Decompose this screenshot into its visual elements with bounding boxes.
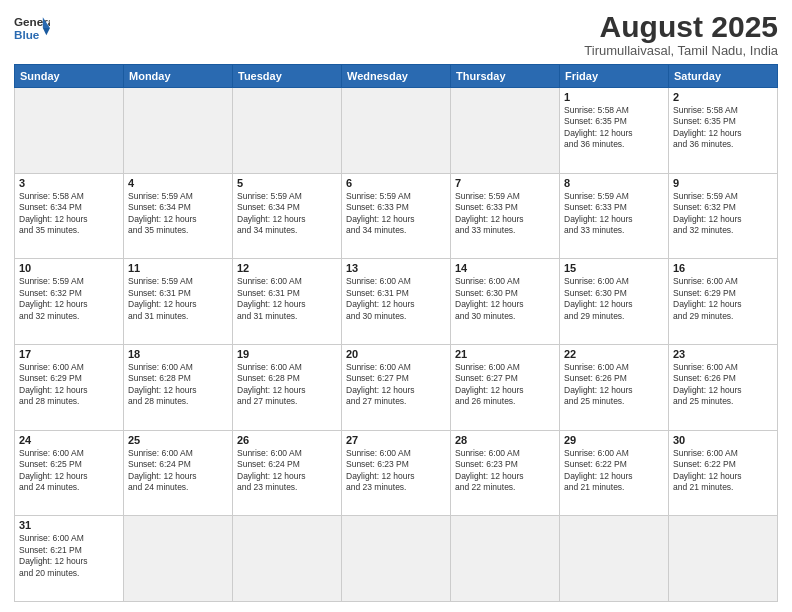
calendar-cell	[451, 516, 560, 602]
calendar-cell: 9Sunrise: 5:59 AM Sunset: 6:32 PM Daylig…	[669, 173, 778, 259]
calendar-cell: 3Sunrise: 5:58 AM Sunset: 6:34 PM Daylig…	[15, 173, 124, 259]
day-number: 19	[237, 348, 337, 360]
title-block: August 2025 Tirumullaivasal, Tamil Nadu,…	[584, 10, 778, 58]
day-number: 30	[673, 434, 773, 446]
calendar-cell: 15Sunrise: 6:00 AM Sunset: 6:30 PM Dayli…	[560, 259, 669, 345]
day-number: 12	[237, 262, 337, 274]
day-info: Sunrise: 6:00 AM Sunset: 6:22 PM Dayligh…	[673, 448, 773, 494]
calendar-cell: 11Sunrise: 5:59 AM Sunset: 6:31 PM Dayli…	[124, 259, 233, 345]
day-number: 29	[564, 434, 664, 446]
calendar-title: August 2025	[584, 10, 778, 43]
calendar-week-2: 10Sunrise: 5:59 AM Sunset: 6:32 PM Dayli…	[15, 259, 778, 345]
calendar-cell	[669, 516, 778, 602]
day-number: 17	[19, 348, 119, 360]
day-number: 21	[455, 348, 555, 360]
weekday-header-wednesday: Wednesday	[342, 65, 451, 88]
calendar-week-5: 31Sunrise: 6:00 AM Sunset: 6:21 PM Dayli…	[15, 516, 778, 602]
calendar-cell: 5Sunrise: 5:59 AM Sunset: 6:34 PM Daylig…	[233, 173, 342, 259]
calendar-cell: 17Sunrise: 6:00 AM Sunset: 6:29 PM Dayli…	[15, 344, 124, 430]
day-number: 6	[346, 177, 446, 189]
calendar-cell: 6Sunrise: 5:59 AM Sunset: 6:33 PM Daylig…	[342, 173, 451, 259]
day-number: 4	[128, 177, 228, 189]
calendar-cell: 22Sunrise: 6:00 AM Sunset: 6:26 PM Dayli…	[560, 344, 669, 430]
calendar-cell: 25Sunrise: 6:00 AM Sunset: 6:24 PM Dayli…	[124, 430, 233, 516]
calendar-cell: 29Sunrise: 6:00 AM Sunset: 6:22 PM Dayli…	[560, 430, 669, 516]
day-number: 27	[346, 434, 446, 446]
day-number: 11	[128, 262, 228, 274]
calendar-cell	[451, 88, 560, 174]
day-info: Sunrise: 5:59 AM Sunset: 6:33 PM Dayligh…	[346, 191, 446, 237]
calendar-cell: 2Sunrise: 5:58 AM Sunset: 6:35 PM Daylig…	[669, 88, 778, 174]
day-number: 20	[346, 348, 446, 360]
svg-marker-3	[43, 28, 50, 35]
day-number: 7	[455, 177, 555, 189]
calendar-cell: 4Sunrise: 5:59 AM Sunset: 6:34 PM Daylig…	[124, 173, 233, 259]
day-info: Sunrise: 6:00 AM Sunset: 6:28 PM Dayligh…	[128, 362, 228, 408]
weekday-header-monday: Monday	[124, 65, 233, 88]
calendar-cell	[15, 88, 124, 174]
day-number: 3	[19, 177, 119, 189]
day-info: Sunrise: 6:00 AM Sunset: 6:27 PM Dayligh…	[455, 362, 555, 408]
calendar-cell	[124, 516, 233, 602]
calendar-cell: 18Sunrise: 6:00 AM Sunset: 6:28 PM Dayli…	[124, 344, 233, 430]
day-number: 9	[673, 177, 773, 189]
calendar-cell: 31Sunrise: 6:00 AM Sunset: 6:21 PM Dayli…	[15, 516, 124, 602]
day-info: Sunrise: 5:58 AM Sunset: 6:35 PM Dayligh…	[673, 105, 773, 151]
calendar-cell: 16Sunrise: 6:00 AM Sunset: 6:29 PM Dayli…	[669, 259, 778, 345]
day-number: 28	[455, 434, 555, 446]
day-info: Sunrise: 5:59 AM Sunset: 6:34 PM Dayligh…	[128, 191, 228, 237]
day-number: 10	[19, 262, 119, 274]
day-number: 15	[564, 262, 664, 274]
day-info: Sunrise: 6:00 AM Sunset: 6:30 PM Dayligh…	[564, 276, 664, 322]
logo: General Blue	[14, 10, 50, 46]
day-info: Sunrise: 6:00 AM Sunset: 6:25 PM Dayligh…	[19, 448, 119, 494]
calendar-cell: 26Sunrise: 6:00 AM Sunset: 6:24 PM Dayli…	[233, 430, 342, 516]
day-info: Sunrise: 6:00 AM Sunset: 6:23 PM Dayligh…	[346, 448, 446, 494]
calendar-week-1: 3Sunrise: 5:58 AM Sunset: 6:34 PM Daylig…	[15, 173, 778, 259]
calendar-cell: 12Sunrise: 6:00 AM Sunset: 6:31 PM Dayli…	[233, 259, 342, 345]
calendar-cell	[342, 88, 451, 174]
logo-icon: General Blue	[14, 10, 50, 46]
calendar-week-0: 1Sunrise: 5:58 AM Sunset: 6:35 PM Daylig…	[15, 88, 778, 174]
calendar-cell: 8Sunrise: 5:59 AM Sunset: 6:33 PM Daylig…	[560, 173, 669, 259]
calendar-body: 1Sunrise: 5:58 AM Sunset: 6:35 PM Daylig…	[15, 88, 778, 602]
day-number: 8	[564, 177, 664, 189]
day-number: 13	[346, 262, 446, 274]
weekday-header-friday: Friday	[560, 65, 669, 88]
calendar-cell: 14Sunrise: 6:00 AM Sunset: 6:30 PM Dayli…	[451, 259, 560, 345]
weekday-header-saturday: Saturday	[669, 65, 778, 88]
day-info: Sunrise: 6:00 AM Sunset: 6:28 PM Dayligh…	[237, 362, 337, 408]
weekday-header-tuesday: Tuesday	[233, 65, 342, 88]
day-number: 16	[673, 262, 773, 274]
weekday-header-sunday: Sunday	[15, 65, 124, 88]
calendar-cell: 10Sunrise: 5:59 AM Sunset: 6:32 PM Dayli…	[15, 259, 124, 345]
calendar-cell: 20Sunrise: 6:00 AM Sunset: 6:27 PM Dayli…	[342, 344, 451, 430]
day-info: Sunrise: 6:00 AM Sunset: 6:31 PM Dayligh…	[237, 276, 337, 322]
day-number: 23	[673, 348, 773, 360]
day-info: Sunrise: 5:59 AM Sunset: 6:34 PM Dayligh…	[237, 191, 337, 237]
day-info: Sunrise: 5:59 AM Sunset: 6:33 PM Dayligh…	[564, 191, 664, 237]
day-info: Sunrise: 6:00 AM Sunset: 6:24 PM Dayligh…	[128, 448, 228, 494]
calendar-cell: 21Sunrise: 6:00 AM Sunset: 6:27 PM Dayli…	[451, 344, 560, 430]
day-number: 5	[237, 177, 337, 189]
day-info: Sunrise: 6:00 AM Sunset: 6:30 PM Dayligh…	[455, 276, 555, 322]
calendar-week-4: 24Sunrise: 6:00 AM Sunset: 6:25 PM Dayli…	[15, 430, 778, 516]
day-info: Sunrise: 5:59 AM Sunset: 6:31 PM Dayligh…	[128, 276, 228, 322]
calendar-cell: 28Sunrise: 6:00 AM Sunset: 6:23 PM Dayli…	[451, 430, 560, 516]
svg-text:Blue: Blue	[14, 28, 40, 41]
day-info: Sunrise: 6:00 AM Sunset: 6:27 PM Dayligh…	[346, 362, 446, 408]
day-info: Sunrise: 6:00 AM Sunset: 6:29 PM Dayligh…	[673, 276, 773, 322]
calendar-table: SundayMondayTuesdayWednesdayThursdayFrid…	[14, 64, 778, 602]
day-info: Sunrise: 6:00 AM Sunset: 6:21 PM Dayligh…	[19, 533, 119, 579]
calendar-cell: 24Sunrise: 6:00 AM Sunset: 6:25 PM Dayli…	[15, 430, 124, 516]
day-info: Sunrise: 5:59 AM Sunset: 6:33 PM Dayligh…	[455, 191, 555, 237]
calendar-cell	[560, 516, 669, 602]
calendar-cell	[233, 516, 342, 602]
day-info: Sunrise: 5:58 AM Sunset: 6:35 PM Dayligh…	[564, 105, 664, 151]
day-number: 26	[237, 434, 337, 446]
day-number: 22	[564, 348, 664, 360]
day-number: 24	[19, 434, 119, 446]
calendar-cell: 7Sunrise: 5:59 AM Sunset: 6:33 PM Daylig…	[451, 173, 560, 259]
day-info: Sunrise: 5:58 AM Sunset: 6:34 PM Dayligh…	[19, 191, 119, 237]
day-number: 31	[19, 519, 119, 531]
